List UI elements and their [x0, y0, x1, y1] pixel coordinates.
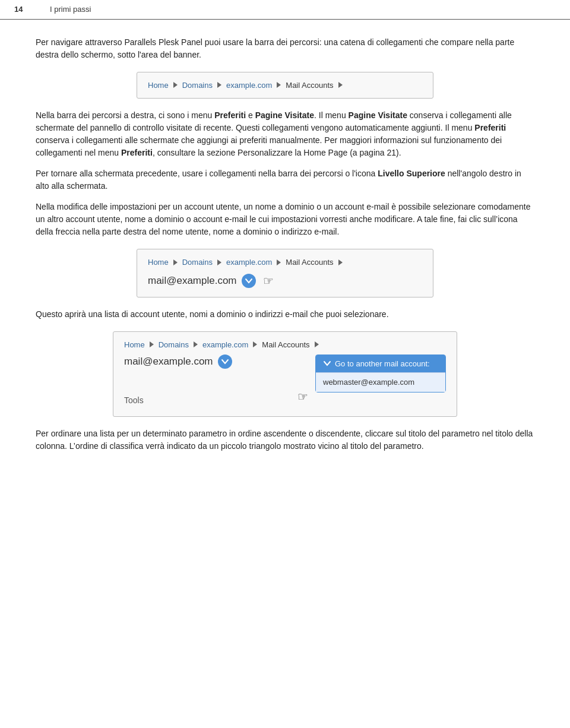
bc-arrow-11: [253, 341, 257, 347]
paragraph-2: Nella barra dei percorsi a destra, ci so…: [36, 109, 534, 159]
dropdown-popup: Go to another mail account: webmaster@ex…: [315, 354, 446, 393]
bc-home-2: Home: [148, 257, 169, 268]
bc-arrow-3: [277, 82, 281, 88]
bc-arrow-1: [173, 82, 178, 88]
popup-title-text: Go to another mail account:: [335, 358, 430, 370]
bc-arrow-9: [150, 341, 154, 347]
email-address-1: mail@example.com: [148, 273, 237, 289]
popup-icon: [323, 359, 331, 368]
bc-domains-1: Domains: [182, 80, 213, 91]
cursor-icon-1: ☞: [263, 272, 274, 290]
bc-examplecom-3: example.com: [202, 339, 248, 351]
email-row-1: mail@example.com ☞: [148, 272, 422, 290]
main-content: Per navigare attraverso Parallels Plesk …: [0, 20, 570, 477]
paragraph-6: Questo aprirà una lista di account utent…: [36, 308, 534, 321]
bc-arrow-8: [338, 259, 343, 265]
cursor-icon-2: ☞: [297, 388, 308, 406]
chevron-down-icon-2: [221, 357, 229, 366]
paragraph-1: Per navigare attraverso Parallels Plesk …: [36, 36, 534, 61]
page-number: 14: [14, 4, 32, 15]
bc-mailaccounts-2: Mail Accounts: [286, 257, 333, 268]
bc-arrow-7: [277, 259, 281, 265]
dropdown-button-2[interactable]: [218, 354, 232, 369]
preferiti-kw2: Preferiti: [121, 148, 153, 157]
bc-arrow-6: [217, 259, 221, 265]
page: 14 I primi passi Per navigare attraverso…: [0, 0, 570, 728]
dropdown-button-1[interactable]: [242, 274, 256, 288]
bc-domains-3: Domains: [159, 339, 189, 351]
email-row-2: mail@example.com Go to another mail acco…: [124, 354, 446, 369]
bc-arrow-4: [338, 82, 343, 88]
breadcrumb-row-3: Home Domains example.com Mail Accounts: [124, 339, 446, 351]
bc-mailaccounts-1: Mail Accounts: [286, 80, 333, 91]
bc-arrow-5: [173, 259, 178, 265]
popup-item-1[interactable]: webmaster@example.com: [316, 372, 445, 392]
bc-mailaccounts-3: Mail Accounts: [262, 339, 309, 351]
breadcrumb-screenshot-3: Home Domains example.com Mail Accounts m…: [113, 331, 457, 417]
tools-label: Tools: [124, 394, 144, 407]
breadcrumb-row-1: Home Domains example.com Mail Accounts: [148, 80, 422, 91]
bc-arrow-10: [194, 341, 198, 347]
bc-arrow-12: [315, 341, 319, 347]
bc-examplecom-2: example.com: [226, 257, 272, 268]
popup-title: Go to another mail account:: [316, 355, 445, 373]
chevron-down-icon-1: [245, 277, 253, 285]
chapter-title: I primi passi: [50, 4, 91, 15]
bc-home-3: Home: [124, 339, 145, 351]
preferiti-kw: Preferiti: [474, 123, 506, 132]
header-bar: 14 I primi passi: [0, 0, 570, 20]
bc-domains-2: Domains: [182, 257, 213, 268]
breadcrumb-screenshot-2: Home Domains example.com Mail Accounts m…: [137, 249, 433, 297]
bc-home-1: Home: [148, 80, 169, 91]
livello-sup-kw: Livello Superiore: [378, 169, 445, 178]
bc-arrow-2: [217, 82, 221, 88]
paragraph-7: Per ordinare una lista per un determinat…: [36, 428, 534, 452]
bc-examplecom-1: example.com: [226, 80, 272, 91]
breadcrumb-screenshot-1: Home Domains example.com Mail Accounts: [137, 72, 433, 99]
email-address-2: mail@example.com: [124, 354, 213, 369]
paragraph-5: Nella modifica delle impostazioni per un…: [36, 201, 534, 238]
paragraph-4: Per tornare alla schermata precedente, u…: [36, 167, 534, 192]
breadcrumb-row-2: Home Domains example.com Mail Accounts: [148, 257, 422, 268]
pagine-visitate-kw: Pagine Visitate: [349, 110, 407, 120]
